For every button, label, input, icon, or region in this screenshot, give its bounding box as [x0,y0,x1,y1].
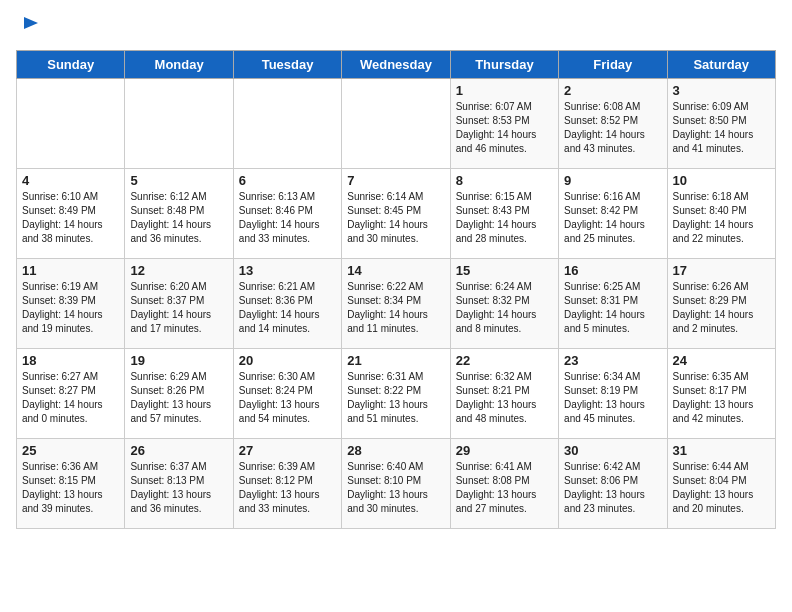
svg-marker-0 [24,17,38,29]
calendar-cell: 28Sunrise: 6:40 AM Sunset: 8:10 PM Dayli… [342,439,450,529]
calendar-cell: 2Sunrise: 6:08 AM Sunset: 8:52 PM Daylig… [559,79,667,169]
calendar-cell: 25Sunrise: 6:36 AM Sunset: 8:15 PM Dayli… [17,439,125,529]
day-number: 28 [347,443,444,458]
day-info: Sunrise: 6:34 AM Sunset: 8:19 PM Dayligh… [564,370,661,426]
day-info: Sunrise: 6:24 AM Sunset: 8:32 PM Dayligh… [456,280,553,336]
day-info: Sunrise: 6:29 AM Sunset: 8:26 PM Dayligh… [130,370,227,426]
calendar-cell: 3Sunrise: 6:09 AM Sunset: 8:50 PM Daylig… [667,79,775,169]
calendar-table: SundayMondayTuesdayWednesdayThursdayFrid… [16,50,776,529]
day-number: 20 [239,353,336,368]
day-number: 29 [456,443,553,458]
calendar-cell: 26Sunrise: 6:37 AM Sunset: 8:13 PM Dayli… [125,439,233,529]
day-of-week-monday: Monday [125,51,233,79]
calendar-week-4: 18Sunrise: 6:27 AM Sunset: 8:27 PM Dayli… [17,349,776,439]
day-number: 2 [564,83,661,98]
day-info: Sunrise: 6:42 AM Sunset: 8:06 PM Dayligh… [564,460,661,516]
day-number: 24 [673,353,770,368]
day-info: Sunrise: 6:40 AM Sunset: 8:10 PM Dayligh… [347,460,444,516]
day-info: Sunrise: 6:07 AM Sunset: 8:53 PM Dayligh… [456,100,553,156]
day-number: 19 [130,353,227,368]
calendar-week-1: 1Sunrise: 6:07 AM Sunset: 8:53 PM Daylig… [17,79,776,169]
calendar-cell: 6Sunrise: 6:13 AM Sunset: 8:46 PM Daylig… [233,169,341,259]
day-info: Sunrise: 6:41 AM Sunset: 8:08 PM Dayligh… [456,460,553,516]
day-number: 16 [564,263,661,278]
calendar-cell: 24Sunrise: 6:35 AM Sunset: 8:17 PM Dayli… [667,349,775,439]
logo [16,16,40,40]
calendar-cell: 11Sunrise: 6:19 AM Sunset: 8:39 PM Dayli… [17,259,125,349]
day-info: Sunrise: 6:22 AM Sunset: 8:34 PM Dayligh… [347,280,444,336]
calendar-cell: 17Sunrise: 6:26 AM Sunset: 8:29 PM Dayli… [667,259,775,349]
day-of-week-tuesday: Tuesday [233,51,341,79]
calendar-cell: 8Sunrise: 6:15 AM Sunset: 8:43 PM Daylig… [450,169,558,259]
day-info: Sunrise: 6:21 AM Sunset: 8:36 PM Dayligh… [239,280,336,336]
day-number: 30 [564,443,661,458]
day-number: 7 [347,173,444,188]
calendar-cell: 21Sunrise: 6:31 AM Sunset: 8:22 PM Dayli… [342,349,450,439]
day-number: 5 [130,173,227,188]
day-number: 25 [22,443,119,458]
calendar-cell: 13Sunrise: 6:21 AM Sunset: 8:36 PM Dayli… [233,259,341,349]
day-number: 3 [673,83,770,98]
day-info: Sunrise: 6:09 AM Sunset: 8:50 PM Dayligh… [673,100,770,156]
day-info: Sunrise: 6:35 AM Sunset: 8:17 PM Dayligh… [673,370,770,426]
day-number: 31 [673,443,770,458]
calendar-cell: 1Sunrise: 6:07 AM Sunset: 8:53 PM Daylig… [450,79,558,169]
day-info: Sunrise: 6:44 AM Sunset: 8:04 PM Dayligh… [673,460,770,516]
day-number: 14 [347,263,444,278]
calendar-cell: 19Sunrise: 6:29 AM Sunset: 8:26 PM Dayli… [125,349,233,439]
calendar-cell: 29Sunrise: 6:41 AM Sunset: 8:08 PM Dayli… [450,439,558,529]
day-info: Sunrise: 6:16 AM Sunset: 8:42 PM Dayligh… [564,190,661,246]
day-of-week-saturday: Saturday [667,51,775,79]
calendar-cell [17,79,125,169]
day-number: 26 [130,443,227,458]
day-of-week-friday: Friday [559,51,667,79]
days-of-week-row: SundayMondayTuesdayWednesdayThursdayFrid… [17,51,776,79]
day-number: 11 [22,263,119,278]
day-info: Sunrise: 6:13 AM Sunset: 8:46 PM Dayligh… [239,190,336,246]
day-info: Sunrise: 6:39 AM Sunset: 8:12 PM Dayligh… [239,460,336,516]
day-of-week-thursday: Thursday [450,51,558,79]
calendar-cell: 12Sunrise: 6:20 AM Sunset: 8:37 PM Dayli… [125,259,233,349]
day-info: Sunrise: 6:26 AM Sunset: 8:29 PM Dayligh… [673,280,770,336]
calendar-cell: 7Sunrise: 6:14 AM Sunset: 8:45 PM Daylig… [342,169,450,259]
day-number: 1 [456,83,553,98]
day-of-week-wednesday: Wednesday [342,51,450,79]
calendar-cell: 20Sunrise: 6:30 AM Sunset: 8:24 PM Dayli… [233,349,341,439]
day-number: 9 [564,173,661,188]
day-number: 23 [564,353,661,368]
day-number: 17 [673,263,770,278]
day-number: 8 [456,173,553,188]
day-info: Sunrise: 6:08 AM Sunset: 8:52 PM Dayligh… [564,100,661,156]
day-info: Sunrise: 6:10 AM Sunset: 8:49 PM Dayligh… [22,190,119,246]
calendar-cell: 18Sunrise: 6:27 AM Sunset: 8:27 PM Dayli… [17,349,125,439]
day-number: 4 [22,173,119,188]
page-header [16,16,776,40]
day-info: Sunrise: 6:32 AM Sunset: 8:21 PM Dayligh… [456,370,553,426]
calendar-cell: 22Sunrise: 6:32 AM Sunset: 8:21 PM Dayli… [450,349,558,439]
day-number: 10 [673,173,770,188]
logo-icon [20,13,40,33]
calendar-cell: 27Sunrise: 6:39 AM Sunset: 8:12 PM Dayli… [233,439,341,529]
calendar-cell: 23Sunrise: 6:34 AM Sunset: 8:19 PM Dayli… [559,349,667,439]
calendar-cell: 4Sunrise: 6:10 AM Sunset: 8:49 PM Daylig… [17,169,125,259]
day-of-week-sunday: Sunday [17,51,125,79]
day-info: Sunrise: 6:20 AM Sunset: 8:37 PM Dayligh… [130,280,227,336]
day-info: Sunrise: 6:30 AM Sunset: 8:24 PM Dayligh… [239,370,336,426]
day-number: 27 [239,443,336,458]
calendar-cell: 16Sunrise: 6:25 AM Sunset: 8:31 PM Dayli… [559,259,667,349]
calendar-header: SundayMondayTuesdayWednesdayThursdayFrid… [17,51,776,79]
calendar-cell [233,79,341,169]
calendar-cell: 15Sunrise: 6:24 AM Sunset: 8:32 PM Dayli… [450,259,558,349]
calendar-week-5: 25Sunrise: 6:36 AM Sunset: 8:15 PM Dayli… [17,439,776,529]
calendar-cell: 14Sunrise: 6:22 AM Sunset: 8:34 PM Dayli… [342,259,450,349]
day-info: Sunrise: 6:25 AM Sunset: 8:31 PM Dayligh… [564,280,661,336]
calendar-body: 1Sunrise: 6:07 AM Sunset: 8:53 PM Daylig… [17,79,776,529]
day-number: 12 [130,263,227,278]
calendar-cell [342,79,450,169]
calendar-week-2: 4Sunrise: 6:10 AM Sunset: 8:49 PM Daylig… [17,169,776,259]
day-info: Sunrise: 6:37 AM Sunset: 8:13 PM Dayligh… [130,460,227,516]
calendar-cell: 5Sunrise: 6:12 AM Sunset: 8:48 PM Daylig… [125,169,233,259]
day-info: Sunrise: 6:12 AM Sunset: 8:48 PM Dayligh… [130,190,227,246]
day-info: Sunrise: 6:27 AM Sunset: 8:27 PM Dayligh… [22,370,119,426]
day-number: 15 [456,263,553,278]
